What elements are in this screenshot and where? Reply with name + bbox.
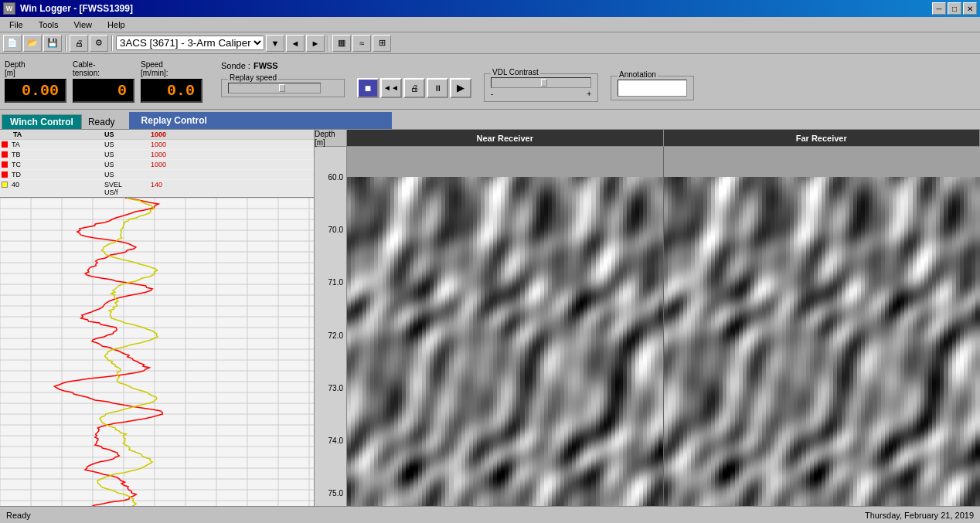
replay-print-btn[interactable]: 🖨: [403, 78, 425, 98]
cable-tension-label: Cable-tension:: [73, 60, 100, 77]
menu-file[interactable]: File: [3, 19, 29, 31]
toolbar-open[interactable]: 📂: [23, 35, 42, 52]
sonde-name: FWSS: [254, 61, 278, 70]
track-row-svel-name: 40: [12, 181, 104, 196]
speed-display: 0.0: [141, 79, 202, 103]
toolbar-right[interactable]: ►: [306, 35, 325, 52]
toolbar-left[interactable]: ◄: [286, 35, 305, 52]
col-unit-header: US: [104, 131, 151, 138]
instrument-panel: Depth[m] 0.00 Cable-tension: 0 Speed[m/m…: [0, 54, 980, 110]
winch-control-status: Ready: [82, 115, 121, 129]
menu-view[interactable]: View: [67, 19, 98, 31]
vdl-content: 60.0 70.0 71.0 72.0 73.0 74.0 75.0: [315, 147, 980, 523]
left-panel: TA US 1000 TA US 1000 TB US 1000: [0, 130, 315, 523]
vdl-plus-label: +: [587, 90, 591, 98]
depth-scale: 60.0 70.0 71.0 72.0 73.0 74.0 75.0: [315, 147, 347, 523]
vdl-headers: Depth [m] Near Receiver Far Receiver: [315, 130, 980, 147]
track-headers: TA US 1000 TA US 1000 TB US 1000: [0, 130, 314, 198]
toolbar-sep2: [111, 36, 113, 51]
vdl-minus-label: -: [491, 90, 493, 98]
annotation-input[interactable]: [618, 80, 687, 97]
replay-speed-slider[interactable]: [228, 83, 321, 93]
track-row-tc-unit: US: [104, 161, 151, 168]
minimize-button[interactable]: ─: [932, 2, 946, 15]
track-row-tb-color: [2, 151, 8, 158]
track-row-ta-name: TA: [12, 141, 104, 148]
track-row-svel-unit: SVELUS/f: [104, 181, 151, 196]
depth-73: 73.0: [328, 383, 343, 392]
winch-control-tab[interactable]: Winch Control: [2, 114, 82, 129]
toolbar-dropdown[interactable]: ▼: [266, 35, 284, 52]
depth-71: 71.0: [328, 278, 343, 287]
menu-bar: File Tools View Help: [0, 17, 980, 32]
track-row-td-scale: [151, 171, 189, 178]
app-icon: W: [3, 2, 15, 15]
track-row-tb-name: TB: [12, 151, 104, 158]
status-bar: Ready Thursday, February 21, 2019: [0, 506, 980, 523]
far-receiver-header: Far Receiver: [664, 130, 981, 146]
content-area: TA US 1000 TA US 1000 TB US 1000: [0, 130, 980, 523]
replay-pause-btn[interactable]: ⏸: [427, 78, 448, 98]
track-row-td-name: TD: [12, 171, 104, 178]
toolbar-new[interactable]: 📄: [3, 35, 22, 52]
title-bar: W Win Logger - [FWSS1399] ─ □ ✕: [0, 0, 980, 17]
track-row-tb-scale: 1000: [151, 151, 189, 158]
col-scale-header: 1000: [151, 131, 189, 138]
track-row-tc-color: [2, 161, 8, 168]
depth-74: 74.0: [328, 436, 343, 444]
annotation-label: Annotation: [618, 70, 658, 79]
track-row-ta-color: [2, 141, 8, 148]
window-title: Win Logger - [FWSS1399]: [20, 3, 133, 14]
toolbar-print2[interactable]: ⚙: [90, 35, 108, 52]
depth-72: 72.0: [328, 331, 343, 339]
track-row-ta-unit: US: [104, 141, 151, 148]
vdl-contrast-slider[interactable]: [491, 77, 591, 88]
status-left: Ready: [6, 511, 31, 520]
track-row-svel-color: [2, 182, 8, 188]
toolbar-wave[interactable]: ≈: [352, 35, 371, 52]
toolbar-sep1: [65, 36, 66, 51]
sonde-label: Sonde :: [221, 61, 250, 70]
speed-label: Speed[m/min]:: [141, 60, 168, 77]
track-row-ta-scale: 1000: [151, 141, 189, 148]
replay-stop-btn[interactable]: ■: [357, 78, 379, 98]
col-color-header: [1, 131, 12, 138]
toolbar-extra[interactable]: ⊞: [373, 35, 391, 52]
vdl-contrast-label: VDL Contrast: [491, 68, 540, 76]
depth-header: Depth [m]: [315, 130, 347, 146]
near-receiver-panel: [347, 147, 664, 523]
track-row-td-color: [2, 172, 8, 178]
track-row-svel-scale: 140: [151, 181, 189, 196]
tab-row: Winch Control Ready Replay Control: [0, 110, 980, 130]
title-bar-controls: ─ □ ✕: [932, 2, 977, 15]
depth-display: 0.00: [5, 79, 66, 103]
cable-tension-display: 0: [73, 79, 134, 103]
speed-group: Speed[m/min]: 0.0: [141, 60, 202, 103]
replay-speed-group: Replay speed: [221, 79, 345, 97]
waveform-canvas: [0, 198, 314, 523]
depth-group: Depth[m] 0.00: [5, 60, 66, 103]
sonde-select[interactable]: 3ACS [3671] - 3-Arm Caliper: [116, 36, 264, 50]
replay-play-btn[interactable]: ▶: [450, 78, 471, 98]
vdl-contrast-group: VDL Contrast - +: [484, 73, 598, 102]
replay-control-bar: Replay Control: [129, 112, 392, 129]
status-right: Thursday, February 21, 2019: [865, 511, 974, 520]
restore-button[interactable]: □: [948, 2, 961, 15]
toolbar-print[interactable]: 🖨: [70, 35, 88, 52]
near-receiver-header: Near Receiver: [347, 130, 664, 146]
far-receiver-panel: [664, 147, 980, 523]
depth-70: 70.0: [328, 226, 343, 234]
close-button[interactable]: ✕: [963, 2, 977, 15]
menu-help[interactable]: Help: [101, 19, 131, 31]
depth-60: 60.0: [328, 172, 343, 181]
menu-tools[interactable]: Tools: [32, 19, 65, 31]
title-bar-left: W Win Logger - [FWSS1399]: [3, 2, 133, 15]
track-row-td-unit: US: [104, 171, 151, 178]
toolbar-save[interactable]: 💾: [43, 35, 62, 52]
toolbar: 📄 📂 💾 🖨 ⚙ 3ACS [3671] - 3-Arm Caliper ▼ …: [0, 32, 980, 54]
right-panel: Depth [m] Near Receiver Far Receiver 60.…: [315, 130, 980, 523]
replay-rewind-btn[interactable]: ◄◄: [380, 78, 402, 98]
annotation-group: Annotation: [611, 76, 694, 100]
toolbar-grid[interactable]: ▦: [332, 35, 351, 52]
replay-speed-label: Replay speed: [228, 73, 278, 82]
